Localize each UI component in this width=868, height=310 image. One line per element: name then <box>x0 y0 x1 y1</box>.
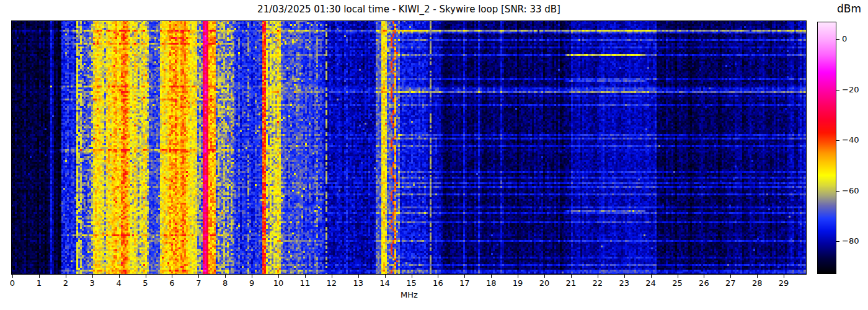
x-axis-tick-label: 12 <box>321 278 342 288</box>
x-axis-tick-label: 11 <box>294 278 316 288</box>
x-axis-tick <box>252 275 252 278</box>
x-axis-tick-label: 24 <box>640 278 662 288</box>
x-axis-tick <box>730 275 731 278</box>
x-axis-tick <box>412 275 412 278</box>
colorbar-tick-label: 0 <box>842 34 868 44</box>
x-axis-tick <box>464 275 465 278</box>
x-axis-tick-label: 10 <box>268 278 289 288</box>
x-axis-tick-label: 16 <box>427 278 448 288</box>
x-axis-tick <box>624 275 625 278</box>
x-axis-tick <box>438 275 438 278</box>
x-axis-tick-label: 14 <box>374 278 396 288</box>
x-axis-tick-label: 6 <box>161 278 182 288</box>
x-axis-tick <box>39 275 40 278</box>
x-axis-tick <box>358 275 359 278</box>
x-axis-tick-label: 1 <box>29 278 50 288</box>
waterfall-heatmap <box>11 20 807 275</box>
x-axis-tick-label: 26 <box>693 278 714 288</box>
colorbar-tick <box>836 140 839 141</box>
x-axis-tick <box>278 275 279 278</box>
x-axis-tick <box>491 275 492 278</box>
x-axis-tick-label: 2 <box>55 278 76 288</box>
x-axis-tick-label: 4 <box>108 278 130 288</box>
colorbar <box>817 22 836 274</box>
x-axis-tick-label: 13 <box>348 278 369 288</box>
colorbar-tick-label: −80 <box>842 236 868 246</box>
x-axis-tick-label: 15 <box>401 278 422 288</box>
spectrogram-figure: 21/03/2025 01:30 local time - KIWI_2 - S… <box>0 0 868 310</box>
x-axis-tick-label: 28 <box>746 278 768 288</box>
x-axis-tick <box>385 275 386 278</box>
x-axis-tick <box>544 275 545 278</box>
x-axis-tick <box>571 275 572 278</box>
colorbar-tick <box>836 191 839 192</box>
x-axis-tick-label: 0 <box>2 278 23 288</box>
x-axis-tick <box>225 275 226 278</box>
colorbar-tick-label: −20 <box>842 85 868 95</box>
x-axis-tick-label: 20 <box>534 278 555 288</box>
x-axis-tick-label: 9 <box>241 278 262 288</box>
colorbar-tick <box>836 241 839 242</box>
x-axis-tick-label: 19 <box>507 278 528 288</box>
x-axis-tick <box>146 275 146 278</box>
x-axis-tick-label: 23 <box>614 278 635 288</box>
x-axis-tick-label: 5 <box>135 278 156 288</box>
x-axis-tick <box>518 275 518 278</box>
x-axis-tick-label: 3 <box>82 278 103 288</box>
x-axis-tick <box>12 275 13 278</box>
x-axis-tick-label: 21 <box>560 278 582 288</box>
x-axis-tick <box>119 275 120 278</box>
x-axis-tick <box>651 275 652 278</box>
chart-title: 21/03/2025 01:30 local time - KIWI_2 - S… <box>11 4 807 15</box>
colorbar-tick-label: −60 <box>842 186 868 196</box>
x-axis-tick <box>757 275 758 278</box>
x-axis-tick-label: 29 <box>773 278 794 288</box>
x-axis-tick <box>678 275 678 278</box>
x-axis-tick-label: 17 <box>454 278 475 288</box>
x-axis-tick-label: 8 <box>215 278 236 288</box>
x-axis-tick <box>198 275 199 278</box>
x-axis-label: MHz <box>391 290 428 299</box>
colorbar-unit-label: dBm <box>837 2 861 15</box>
x-axis-tick <box>332 275 332 278</box>
x-axis-tick-label: 22 <box>587 278 608 288</box>
x-axis-tick-label: 27 <box>720 278 741 288</box>
x-axis-tick-label: 25 <box>667 278 688 288</box>
x-axis-tick <box>305 275 306 278</box>
x-axis-tick <box>784 275 784 278</box>
x-axis-tick <box>66 275 66 278</box>
x-axis-tick <box>92 275 93 278</box>
x-axis-tick <box>598 275 598 278</box>
colorbar-tick-label: −40 <box>842 135 868 145</box>
colorbar-tick <box>836 39 839 40</box>
x-axis-tick-label: 7 <box>188 278 209 288</box>
colorbar-tick <box>836 90 839 91</box>
x-axis-tick <box>704 275 704 278</box>
x-axis-tick-label: 18 <box>480 278 502 288</box>
x-axis-tick <box>172 275 172 278</box>
